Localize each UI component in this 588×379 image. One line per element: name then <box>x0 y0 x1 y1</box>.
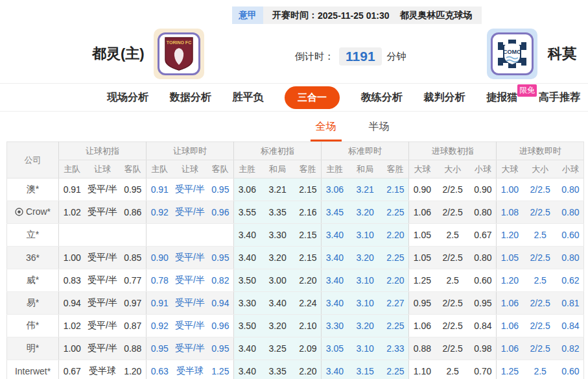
odds-cell[interactable]: 1.00 <box>59 247 86 269</box>
odds-cell[interactable]: 2/2.5 <box>436 178 470 201</box>
odds-cell[interactable]: 0.70 <box>470 360 497 379</box>
odds-cell[interactable]: 1.05 <box>409 247 436 269</box>
odds-cell[interactable]: 3.40 <box>234 247 261 269</box>
odds-cell[interactable]: 3.40 <box>234 224 261 247</box>
odds-cell[interactable]: 0.95 <box>207 178 234 201</box>
odds-cell[interactable]: 3.35 <box>261 201 295 224</box>
odds-cell[interactable]: 0.67 <box>470 224 497 247</box>
odds-cell[interactable]: 0.80 <box>470 247 497 269</box>
odds-cell[interactable]: 0.95 <box>207 337 234 360</box>
odds-cell[interactable]: 2/2.5 <box>523 315 558 337</box>
odds-cell[interactable]: 2/2.5 <box>436 201 470 224</box>
odds-cell[interactable]: 1.06 <box>409 315 436 337</box>
odds-cell[interactable]: 0.77 <box>120 269 147 292</box>
odds-cell[interactable]: 受平/半 <box>173 315 207 337</box>
odds-cell[interactable] <box>59 224 86 247</box>
odds-cell[interactable] <box>86 224 120 247</box>
subtab-1[interactable]: 全场 <box>311 120 342 141</box>
league-badge[interactable]: 意甲 <box>232 6 263 24</box>
odds-cell[interactable]: 1.00 <box>497 178 523 201</box>
odds-cell[interactable]: 0.80 <box>558 201 584 224</box>
odds-cell[interactable]: 3.40 <box>322 292 348 315</box>
odds-cell[interactable]: 3.50 <box>234 315 261 337</box>
odds-cell[interactable]: 0.81 <box>558 292 584 315</box>
odds-cell[interactable]: 0.91 <box>147 292 173 315</box>
odds-cell[interactable]: 3.30 <box>261 224 295 247</box>
odds-cell[interactable]: 1.06 <box>497 315 523 337</box>
odds-cell[interactable]: 1.06 <box>497 337 523 360</box>
odds-cell[interactable] <box>173 224 207 247</box>
odds-cell[interactable]: 0.97 <box>120 292 147 315</box>
odds-cell[interactable]: 0.84 <box>558 315 584 337</box>
company-name[interactable]: Crow* <box>7 201 59 224</box>
odds-cell[interactable]: 1.06 <box>409 201 436 224</box>
odds-cell[interactable]: 2.5 <box>523 269 558 292</box>
odds-cell[interactable]: 0.96 <box>207 315 234 337</box>
odds-cell[interactable]: 0.95 <box>120 178 147 201</box>
odds-cell[interactable]: 3.10 <box>348 224 382 247</box>
odds-cell[interactable]: 0.80 <box>470 201 497 224</box>
nav-tab-4[interactable]: 三合一 <box>285 86 340 109</box>
odds-cell[interactable]: 0.94 <box>207 292 234 315</box>
odds-cell[interactable]: 受半球 <box>173 360 207 379</box>
odds-cell[interactable]: 2.25 <box>382 315 409 337</box>
odds-cell[interactable]: 1.06 <box>497 292 523 315</box>
nav-tab-7[interactable]: 捷报猫限免 <box>486 91 517 104</box>
odds-cell[interactable]: 2.25 <box>382 360 409 379</box>
odds-cell[interactable]: 受平/半 <box>173 292 207 315</box>
odds-cell[interactable]: 0.96 <box>207 201 234 224</box>
odds-cell[interactable]: 0.98 <box>470 337 497 360</box>
odds-cell[interactable]: 3.40 <box>234 337 261 360</box>
odds-cell[interactable]: 3.40 <box>322 224 348 247</box>
odds-cell[interactable]: 3.10 <box>348 337 382 360</box>
odds-cell[interactable]: 0.90 <box>470 178 497 201</box>
odds-cell[interactable]: 2.15 <box>295 178 322 201</box>
odds-cell[interactable]: 2/2.5 <box>523 201 558 224</box>
odds-cell[interactable]: 1.02 <box>59 201 86 224</box>
odds-cell[interactable]: 2/2.5 <box>436 315 470 337</box>
odds-cell[interactable]: 受平/半 <box>86 337 120 360</box>
odds-cell[interactable]: 2/2.5 <box>436 337 470 360</box>
odds-cell[interactable]: 3.10 <box>348 292 382 315</box>
odds-cell[interactable]: 1.00 <box>59 337 86 360</box>
odds-cell[interactable]: 3.30 <box>234 292 261 315</box>
odds-cell[interactable]: 受平/半 <box>86 269 120 292</box>
odds-cell[interactable]: 2.5 <box>436 269 470 292</box>
odds-cell[interactable]: 0.90 <box>409 178 436 201</box>
odds-cell[interactable]: 受平/半 <box>173 178 207 201</box>
odds-cell[interactable]: 1.08 <box>497 201 523 224</box>
odds-cell[interactable]: 3.21 <box>261 178 295 201</box>
odds-cell[interactable]: 2.15 <box>382 178 409 201</box>
odds-cell[interactable]: 3.30 <box>322 315 348 337</box>
odds-cell[interactable]: 2/2.5 <box>436 292 470 315</box>
odds-cell[interactable]: 0.90 <box>147 247 173 269</box>
odds-cell[interactable]: 2/2.5 <box>523 292 558 315</box>
odds-cell[interactable]: 3.55 <box>234 201 261 224</box>
odds-cell[interactable]: 0.82 <box>207 269 234 292</box>
odds-cell[interactable]: 0.95 <box>409 292 436 315</box>
odds-cell[interactable]: 受半球 <box>86 360 120 379</box>
odds-cell[interactable]: 3.06 <box>322 178 348 201</box>
odds-cell[interactable]: 3.40 <box>322 247 348 269</box>
odds-cell[interactable]: 2.10 <box>295 315 322 337</box>
odds-cell[interactable]: 0.88 <box>409 337 436 360</box>
odds-cell[interactable]: 0.78 <box>147 269 173 292</box>
odds-cell[interactable]: 3.05 <box>322 337 348 360</box>
company-name[interactable]: 明* <box>7 337 59 360</box>
odds-cell[interactable]: 0.88 <box>120 337 147 360</box>
odds-cell[interactable]: 3.50 <box>234 269 261 292</box>
odds-cell[interactable]: 0.80 <box>558 178 584 201</box>
odds-cell[interactable]: 2/2.5 <box>523 247 558 269</box>
nav-tab-6[interactable]: 裁判分析 <box>424 91 465 104</box>
odds-cell[interactable]: 受平/半 <box>173 247 207 269</box>
odds-cell[interactable] <box>207 224 234 247</box>
odds-cell[interactable]: 0.91 <box>59 178 86 201</box>
odds-cell[interactable]: 0.87 <box>120 315 147 337</box>
company-name[interactable]: 威* <box>7 269 59 292</box>
odds-cell[interactable]: 3.40 <box>322 360 348 379</box>
company-name[interactable]: 36* <box>7 247 59 269</box>
odds-cell[interactable]: 2.20 <box>295 269 322 292</box>
odds-cell[interactable]: 3.20 <box>348 315 382 337</box>
odds-cell[interactable]: 1.25 <box>497 360 523 379</box>
odds-cell[interactable]: 2.5 <box>436 224 470 247</box>
